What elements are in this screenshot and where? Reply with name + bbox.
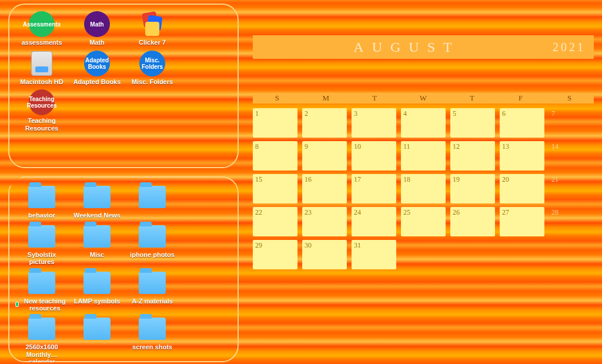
day-number: 2 (305, 109, 308, 118)
calendar-cell: 15 (253, 174, 297, 203)
day-number: 15 (255, 175, 262, 184)
day-number: 6 (502, 109, 506, 118)
calendar-cell: 29 (253, 240, 297, 269)
day-number: 3 (354, 109, 357, 118)
day-number: 31 (354, 241, 361, 250)
icon-label: Misc (90, 251, 104, 259)
calendar-cell: 9 (302, 141, 347, 171)
teaching-resources-folder[interactable]: Teaching ResourcesTeaching Resources (15, 89, 68, 132)
untitled-folder-1[interactable] (126, 183, 179, 219)
misc-folders-folder[interactable]: Misc. FoldersMisc. Folders (126, 50, 179, 86)
macintosh-hd[interactable]: Macintosh HD (15, 50, 68, 86)
calendar-cell: 16 (302, 174, 347, 203)
desktop-group-bottom: behaviorWeekend NewsSybolstix picturesMi… (8, 176, 239, 362)
day-number: 5 (453, 109, 456, 118)
icon-label: Adapted Books (73, 78, 121, 86)
dow-label: W (399, 93, 448, 103)
dow-label: T (447, 93, 496, 103)
calendar-cell: 4 (401, 108, 446, 138)
calendar-header: AUGUST 2021 (253, 35, 594, 59)
icon-label: A-Z materials (132, 298, 173, 305)
day-number: 9 (305, 142, 308, 151)
weekend-news-folder[interactable]: Weekend News (71, 183, 123, 219)
folder-icon (139, 272, 166, 294)
calendar-cell: 20 (500, 174, 544, 203)
circle-icon: Misc. Folders (139, 51, 165, 76)
icon-label: behavior (28, 212, 55, 219)
dow-label: S (545, 93, 594, 103)
folder-icon (83, 186, 111, 208)
calendar-cell: 18 (401, 174, 446, 203)
folder-icon (139, 318, 166, 340)
folder-icon (83, 272, 111, 294)
day-number: 10 (354, 142, 361, 151)
clicker-icon (139, 11, 165, 37)
lamp-symbols-folder[interactable]: LAMP symbols (71, 269, 123, 312)
calendar-cell: 22 (253, 207, 297, 236)
day-number: 19 (453, 175, 460, 184)
desktop-group-top: AssessmentsassessmentsMathMathClicker 7M… (8, 4, 239, 168)
circle-icon: Assessments (29, 11, 55, 37)
day-number: 12 (453, 142, 460, 151)
calendar-cell: 30 (302, 240, 347, 269)
behavior-folder[interactable]: behavior (15, 183, 68, 219)
calendar-cell-empty (500, 240, 544, 269)
calendar-cell-empty (401, 240, 446, 269)
calendar-cell: 24 (352, 207, 396, 236)
tag-dot-icon (15, 302, 19, 307)
day-number: 20 (502, 175, 509, 184)
dow-label: M (302, 93, 350, 103)
math-folder[interactable]: MathMath (71, 11, 123, 46)
calendar-day-header: SMTWTFS (253, 93, 594, 103)
calendar-month: AUGUST (261, 39, 553, 55)
folder-icon (83, 318, 111, 340)
dow-label: F (496, 93, 545, 103)
day-number: 25 (403, 208, 410, 217)
day-number: 26 (453, 208, 460, 217)
a-z-materials-folder[interactable]: A-Z materials (126, 269, 179, 312)
day-number: 21 (551, 175, 558, 184)
icon-label: 2560x1600 Monthly…calendar (16, 343, 67, 364)
day-number: 11 (403, 142, 410, 151)
calendar-cell: 3 (352, 108, 396, 138)
misc-folder[interactable]: Misc (71, 223, 123, 266)
day-number: 8 (255, 142, 259, 151)
day-number: 14 (551, 142, 558, 151)
icon-label: Macintosh HD (20, 78, 63, 86)
icon-label: New teaching resources (15, 298, 68, 312)
new-teaching-resources-folder[interactable]: New teaching resources (15, 269, 68, 312)
adapted-books-folder[interactable]: Adapted BooksAdapted Books (71, 50, 123, 86)
day-number: 29 (255, 241, 262, 250)
day-number: 23 (305, 208, 312, 217)
day-number: 7 (551, 109, 555, 118)
calendar-cell: 14 (549, 141, 594, 171)
sybolstix-pictures-folder[interactable]: Sybolstix pictures (15, 223, 68, 266)
calendar-cell: 5 (450, 108, 495, 138)
screen-shots-folder[interactable]: screen shots (126, 315, 179, 364)
calendar-cell: 26 (450, 207, 495, 236)
day-number: 28 (551, 208, 558, 217)
calendar-cell: 11 (401, 141, 446, 171)
icon-label: Clicker 7 (139, 39, 166, 46)
icon-label: screen shots (132, 343, 172, 351)
calendar-cell: 8 (253, 141, 297, 171)
iphone-photos-folder[interactable]: iphone photos (126, 223, 179, 266)
calendar-year: 2021 (553, 41, 586, 54)
calendar-cell-empty (450, 240, 495, 269)
folder-icon (28, 225, 55, 248)
folder-icon (28, 186, 55, 208)
icon-label: assessments (21, 39, 62, 46)
assessments-folder[interactable]: Assessmentsassessments (15, 11, 68, 46)
day-number: 1 (255, 109, 259, 118)
day-number: 18 (403, 175, 410, 184)
folder-icon (139, 186, 166, 208)
icon-label: Math (89, 39, 105, 46)
clicker-7-app[interactable]: Clicker 7 (126, 11, 179, 46)
calendar-cell: 13 (500, 141, 544, 171)
folder-icon (28, 318, 55, 340)
untitled-folder-2[interactable] (71, 315, 123, 364)
calendar-cell: 2 (302, 108, 347, 138)
calendar-cell: 21 (549, 174, 594, 203)
calendar-cell-empty (549, 240, 594, 269)
monthly-calendar-folder[interactable]: 2560x1600 Monthly…calendar (15, 315, 68, 364)
